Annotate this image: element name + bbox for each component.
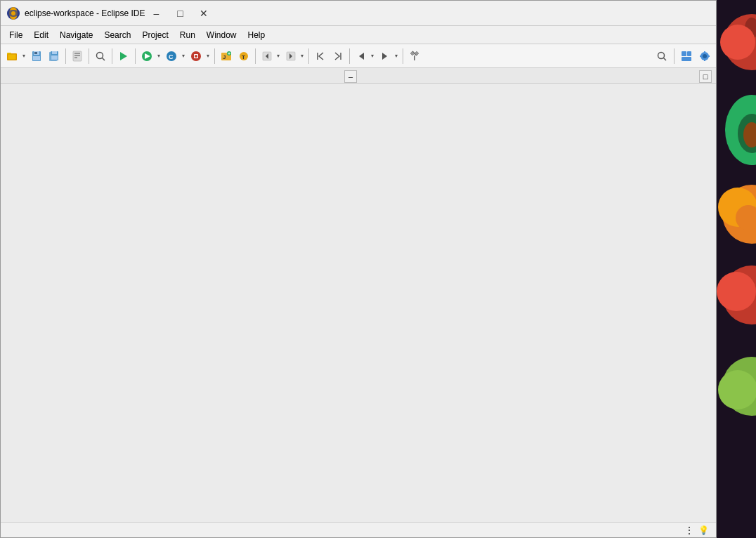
toolbar: ▾	[1, 44, 716, 68]
svg-rect-49	[682, 51, 686, 56]
pin-editor-button[interactable]	[406, 48, 423, 65]
svg-rect-15	[51, 55, 58, 60]
svg-marker-42	[359, 53, 364, 60]
svg-point-29	[195, 55, 197, 58]
toolbar-right-section	[653, 48, 713, 65]
menu-navigate[interactable]: Navigate	[54, 28, 98, 42]
toolbar-search-button[interactable]	[653, 48, 670, 65]
menu-help[interactable]: Help	[242, 28, 271, 42]
svg-point-20	[97, 52, 103, 58]
svg-rect-56	[700, 55, 702, 57]
svg-rect-10	[34, 52, 37, 54]
open-type-button[interactable]: T	[235, 48, 252, 65]
svg-point-53	[703, 54, 707, 58]
run-arrow[interactable]: ▾	[155, 48, 162, 65]
menu-search[interactable]: Search	[98, 28, 136, 42]
search-files-button[interactable]	[92, 48, 109, 65]
svg-marker-45	[410, 51, 419, 55]
toolbar-sep-2	[89, 48, 89, 64]
menu-run[interactable]: Run	[174, 28, 201, 42]
toolbar-sep-1	[65, 48, 66, 64]
status-dots-icon[interactable]: ⋮	[682, 523, 696, 537]
run-button[interactable]	[138, 48, 155, 65]
svg-text:T: T	[242, 54, 245, 60]
minimize-button[interactable]: –	[145, 5, 167, 22]
run-last-tool-button[interactable]	[115, 48, 132, 65]
toolbar-sep-right-1	[674, 48, 674, 64]
menu-window[interactable]: Window	[201, 28, 242, 42]
toolbar-sep-4	[135, 48, 136, 64]
prev-annotation-arrow[interactable]: ▾	[275, 48, 282, 65]
menu-project[interactable]: Project	[136, 28, 174, 42]
svg-point-60	[720, 25, 755, 60]
prev-edit-button[interactable]	[312, 48, 329, 65]
close-button[interactable]: ✕	[193, 5, 215, 22]
maximize-panel-button[interactable]: □	[699, 70, 712, 83]
svg-rect-11	[33, 56, 40, 60]
new-java-project-button[interactable]: J +	[218, 48, 235, 65]
save-all-button[interactable]	[46, 48, 63, 65]
title-bar: eclipse-workspace - Eclipse IDE – □ ✕	[1, 1, 716, 26]
menu-file[interactable]: File	[4, 28, 28, 42]
svg-line-21	[103, 58, 105, 60]
next-edit-button[interactable]	[330, 48, 346, 65]
status-bar: ⋮ 💡	[1, 522, 716, 537]
main-editor-area	[1, 84, 716, 522]
toolbar-sep-8	[349, 48, 350, 64]
svg-rect-6	[8, 54, 16, 60]
svg-rect-55	[704, 59, 705, 61]
eclipse-logo-icon	[6, 6, 20, 20]
svg-point-47	[658, 52, 665, 58]
properties-button[interactable]	[69, 48, 86, 65]
svg-text:J: J	[223, 54, 226, 60]
coverage-group: C ▾	[163, 48, 187, 65]
status-bulb-icon[interactable]: 💡	[696, 523, 710, 537]
toolbar-sep-6	[255, 48, 256, 64]
next-annotation-arrow[interactable]: ▾	[299, 48, 306, 65]
svg-text:+: +	[228, 51, 230, 56]
maximize-button[interactable]: □	[169, 5, 191, 22]
open-folder-group: ▾	[4, 48, 27, 65]
svg-rect-50	[687, 51, 691, 56]
fruit-red-top	[717, 0, 756, 84]
nav-back-arrow[interactable]: ▾	[369, 48, 376, 65]
menu-edit[interactable]: Edit	[28, 28, 54, 42]
tab-strip: – □	[1, 68, 716, 84]
minimize-panel-button[interactable]: –	[344, 70, 357, 83]
svg-rect-14	[52, 51, 57, 54]
open-folder-button[interactable]	[4, 48, 20, 65]
toolbar-sep-3	[112, 48, 112, 64]
nav-forward-arrow[interactable]: ▾	[393, 48, 400, 65]
toolbar-sep-7	[308, 48, 309, 64]
window-controls: – □ ✕	[145, 5, 215, 22]
next-annotation-button[interactable]	[282, 48, 299, 65]
save-button[interactable]	[28, 48, 45, 65]
open-perspective-button[interactable]	[678, 48, 695, 65]
svg-line-48	[664, 58, 667, 60]
svg-marker-43	[382, 53, 387, 60]
svg-rect-54	[704, 51, 705, 53]
title-text: eclipse-workspace - Eclipse IDE	[25, 8, 145, 18]
nav-back-button[interactable]	[353, 48, 370, 65]
right-decorative-panel	[717, 0, 756, 538]
debug-button[interactable]	[188, 48, 204, 65]
customize-perspective-button[interactable]	[696, 48, 713, 65]
fruit-orange	[717, 176, 756, 253]
svg-text:C: C	[169, 53, 174, 60]
open-folder-arrow[interactable]: ▾	[20, 48, 27, 65]
debug-arrow[interactable]: ▾	[204, 48, 211, 65]
debug-group: ▾	[188, 48, 211, 65]
svg-point-68	[717, 272, 756, 311]
coverage-button[interactable]: C	[163, 48, 180, 65]
toolbar-sep-9	[403, 48, 403, 64]
prev-annotation-button[interactable]	[259, 48, 275, 65]
fruit-green-leaf	[717, 84, 756, 176]
toolbar-sep-5	[214, 48, 215, 64]
nav-forward-button[interactable]	[377, 48, 393, 65]
menu-bar: File Edit Navigate Search Project Run Wi…	[1, 26, 716, 44]
svg-rect-16	[73, 51, 82, 61]
fruit-lime	[717, 337, 756, 421]
eclipse-window: eclipse-workspace - Eclipse IDE – □ ✕ Fi…	[0, 0, 717, 538]
run-group: ▾	[138, 48, 162, 65]
coverage-arrow[interactable]: ▾	[180, 48, 187, 65]
